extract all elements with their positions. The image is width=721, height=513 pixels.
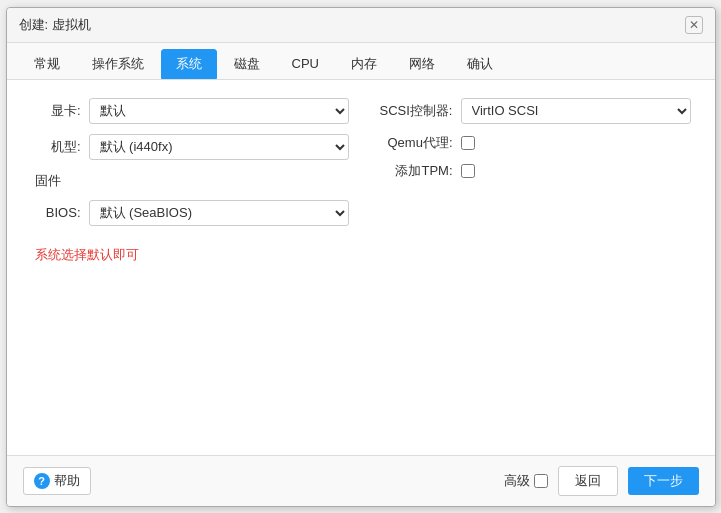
advanced-label: 高级: [504, 472, 530, 490]
tab-confirm[interactable]: 确认: [452, 49, 508, 79]
back-button[interactable]: 返回: [558, 466, 618, 496]
bios-label: BIOS:: [31, 205, 81, 220]
create-vm-dialog: 创建: 虚拟机 ✕ 常规 操作系统 系统 磁盘 CPU 内存 网络 确认 显卡:…: [6, 7, 716, 507]
tpm-label: 添加TPM:: [373, 162, 453, 180]
scsi-label: SCSI控制器:: [373, 102, 453, 120]
bios-select[interactable]: 默认 (SeaBIOS): [89, 200, 349, 226]
footer-right: 高级 返回 下一步: [504, 466, 699, 496]
help-label: 帮助: [54, 472, 80, 490]
tpm-checkbox-wrap: [461, 164, 475, 178]
tab-system[interactable]: 系统: [161, 49, 217, 79]
tab-memory[interactable]: 内存: [336, 49, 392, 79]
machine-label: 机型:: [31, 138, 81, 156]
machine-row: 机型: 默认 (i440fx): [31, 134, 349, 160]
form-left: 显卡: 默认 机型: 默认 (i440fx) 固件 BIOS: 默认 (SeaB…: [31, 98, 349, 226]
footer-left: ? 帮助: [23, 467, 91, 495]
qemu-row: Qemu代理:: [373, 134, 691, 152]
help-button[interactable]: ? 帮助: [23, 467, 91, 495]
advanced-checkbox[interactable]: [534, 474, 548, 488]
form-area: 显卡: 默认 机型: 默认 (i440fx) 固件 BIOS: 默认 (SeaB…: [31, 98, 691, 226]
display-label: 显卡:: [31, 102, 81, 120]
qemu-checkbox[interactable]: [461, 136, 475, 150]
help-icon: ?: [34, 473, 50, 489]
scsi-row: SCSI控制器: VirtIO SCSI: [373, 98, 691, 124]
form-right: SCSI控制器: VirtIO SCSI Qemu代理: 添加TPM:: [373, 98, 691, 226]
display-select[interactable]: 默认: [89, 98, 349, 124]
scsi-select[interactable]: VirtIO SCSI: [461, 98, 691, 124]
next-button[interactable]: 下一步: [628, 467, 699, 495]
footer: ? 帮助 高级 返回 下一步: [7, 455, 715, 506]
main-content: 显卡: 默认 机型: 默认 (i440fx) 固件 BIOS: 默认 (SeaB…: [7, 80, 715, 455]
bios-row: BIOS: 默认 (SeaBIOS): [31, 200, 349, 226]
tab-cpu[interactable]: CPU: [277, 50, 334, 77]
title-bar: 创建: 虚拟机 ✕: [7, 8, 715, 43]
tab-os[interactable]: 操作系统: [77, 49, 159, 79]
hint-text: 系统选择默认即可: [35, 246, 691, 264]
qemu-label: Qemu代理:: [373, 134, 453, 152]
firmware-label: 固件: [35, 170, 349, 190]
tpm-checkbox[interactable]: [461, 164, 475, 178]
close-button[interactable]: ✕: [685, 16, 703, 34]
dialog-title: 创建: 虚拟机: [19, 16, 91, 34]
qemu-checkbox-wrap: [461, 136, 475, 150]
display-row: 显卡: 默认: [31, 98, 349, 124]
machine-select[interactable]: 默认 (i440fx): [89, 134, 349, 160]
tab-disk[interactable]: 磁盘: [219, 49, 275, 79]
tab-bar: 常规 操作系统 系统 磁盘 CPU 内存 网络 确认: [7, 43, 715, 80]
tab-network[interactable]: 网络: [394, 49, 450, 79]
tpm-row: 添加TPM:: [373, 162, 691, 180]
advanced-wrap: 高级: [504, 472, 548, 490]
tab-general[interactable]: 常规: [19, 49, 75, 79]
